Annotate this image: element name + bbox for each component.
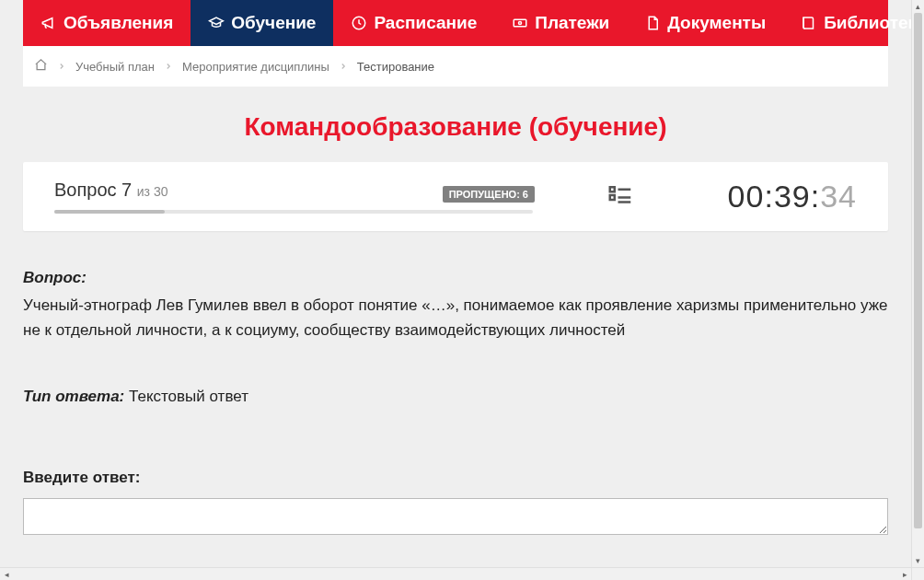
nav-label: Документы [667, 13, 766, 33]
question-number-value: 7 [121, 180, 132, 200]
question-of-word: из [137, 184, 150, 199]
breadcrumb: Учебный план Мероприятие дисциплины Тест… [23, 46, 888, 87]
breadcrumb-item[interactable]: Мероприятие дисциплины [182, 60, 329, 74]
question-word: Вопрос [54, 180, 117, 200]
scroll-left-icon[interactable]: ◂ [0, 568, 13, 581]
progress-fill [54, 210, 165, 214]
nav-label: Расписание [374, 13, 477, 33]
home-icon[interactable] [34, 58, 48, 75]
chevron-right-icon [339, 62, 348, 71]
svg-point-2 [519, 22, 522, 25]
megaphone-icon [40, 15, 57, 31]
scroll-right-icon[interactable]: ▸ [898, 568, 911, 581]
nav-item-library[interactable]: Библиотека [783, 0, 911, 46]
scroll-thumb[interactable] [914, 13, 922, 528]
skipped-badge: ПРОПУЩЕНО: 6 [443, 186, 535, 203]
nav-label: Объявления [64, 13, 173, 33]
answer-type-value: Текстовый ответ [129, 388, 248, 405]
horizontal-scrollbar[interactable]: ◂ ▸ [0, 567, 911, 580]
timer-centiseconds: 34 [820, 179, 857, 214]
timer: 00:39:34 [728, 179, 857, 215]
nav-item-learning[interactable]: Обучение [191, 0, 333, 46]
nav-item-payments[interactable]: Платежи [494, 0, 627, 46]
nav-item-schedule[interactable]: Расписание [333, 0, 494, 46]
question-body: Вопрос: Ученый-этнограф Лев Гумилев ввел… [23, 266, 888, 542]
question-text: Ученый-этнограф Лев Гумилев ввел в оборо… [23, 294, 888, 342]
chevron-right-icon [164, 62, 173, 71]
progress-bar [54, 210, 533, 214]
nav-label: Платежи [535, 13, 609, 33]
nav-label: Библиотека [824, 13, 911, 33]
scroll-down-icon[interactable]: ▾ [912, 554, 924, 567]
top-nav: Объявления Обучение Расписание Платежи [23, 0, 888, 46]
question-total: 30 [154, 184, 168, 199]
page-title: Командообразование (обучение) [23, 87, 888, 162]
vertical-scrollbar[interactable]: ▴ ▾ [911, 0, 924, 567]
scrollbar-corner [911, 567, 924, 580]
book-icon [801, 15, 817, 31]
chevron-right-icon [57, 62, 66, 71]
breadcrumb-item-current: Тестирование [357, 60, 434, 74]
document-icon [644, 15, 661, 31]
svg-rect-1 [514, 19, 526, 27]
enter-answer-label: Введите ответ: [23, 466, 888, 490]
banknote-icon [512, 15, 528, 31]
timer-seconds: 39 [774, 179, 811, 214]
nav-item-announcements[interactable]: Объявления [23, 0, 191, 46]
graduation-cap-icon [208, 15, 225, 31]
svg-rect-3 [610, 187, 615, 191]
nav-item-documents[interactable]: Документы [627, 0, 783, 46]
timer-minutes: 00 [728, 179, 765, 214]
clock-icon [351, 15, 367, 31]
svg-rect-5 [610, 195, 615, 200]
answer-type-label: Тип ответа: [23, 388, 124, 405]
scroll-up-icon[interactable]: ▴ [912, 0, 924, 13]
answer-input[interactable] [23, 498, 888, 535]
question-header-card: Вопрос 7 из 30 ПРОПУЩЕНО: 6 [23, 162, 888, 231]
question-label: Вопрос: [23, 269, 87, 286]
nav-label: Обучение [231, 13, 316, 33]
question-list-icon[interactable] [606, 181, 634, 213]
breadcrumb-item[interactable]: Учебный план [75, 60, 155, 74]
